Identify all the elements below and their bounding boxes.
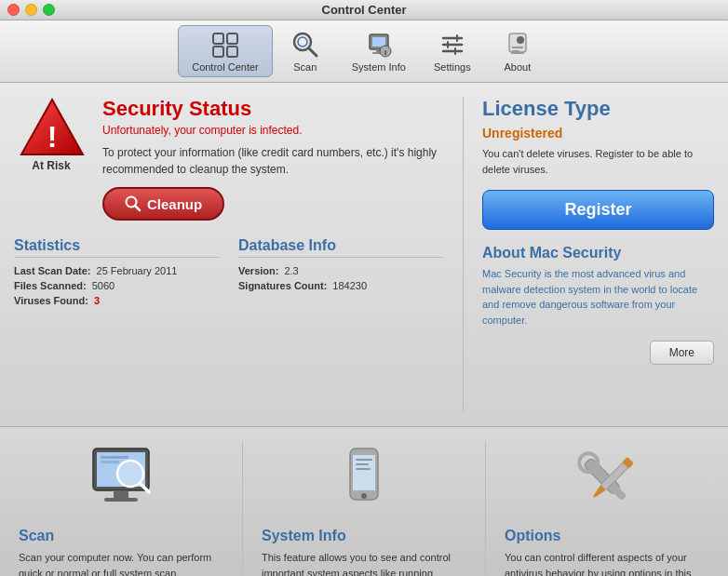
more-button[interactable]: More xyxy=(650,341,714,365)
minimize-button[interactable] xyxy=(25,4,37,16)
db-heading: Database Info xyxy=(238,237,444,258)
viruses-found-value: 3 xyxy=(94,295,100,306)
options-description: You can control different aspects of you… xyxy=(505,550,709,576)
license-status: Unregistered xyxy=(482,126,714,141)
about-icon xyxy=(503,30,533,60)
svg-rect-39 xyxy=(356,459,372,461)
files-scanned-value: 5060 xyxy=(92,280,115,291)
window-controls[interactable] xyxy=(7,4,55,16)
svg-rect-21 xyxy=(512,47,523,48)
svg-text:i: i xyxy=(384,48,386,57)
stat-row-viruses: Viruses Found: 3 xyxy=(14,295,220,306)
scan-illustration xyxy=(74,441,168,520)
security-section: ! At Risk Security Status Unfortunately,… xyxy=(14,97,444,221)
toolbar-item-control-center[interactable]: Control Center xyxy=(178,25,273,77)
security-description: To protect your information (like credit… xyxy=(102,144,444,178)
db-version-row: Version: 2.3 xyxy=(238,265,444,276)
bottom-item-system-info: System Info This feature allows you to s… xyxy=(262,441,486,576)
close-button[interactable] xyxy=(7,4,20,16)
db-version-label: Version: xyxy=(238,265,278,276)
svg-point-5 xyxy=(298,37,307,47)
toolbar-label-control-center: Control Center xyxy=(192,61,259,73)
scan-icon xyxy=(290,30,320,60)
cleanup-button[interactable]: Cleanup xyxy=(102,187,224,221)
control-center-icon xyxy=(210,30,240,60)
security-heading: Security Status xyxy=(102,97,444,121)
options-heading: Options xyxy=(505,528,709,544)
svg-point-38 xyxy=(361,493,367,499)
svg-rect-40 xyxy=(356,463,369,465)
bottom-item-options: Options You can control different aspect… xyxy=(505,441,709,576)
infected-text: Unfortunately, your computer is infected… xyxy=(102,124,444,137)
maximize-button[interactable] xyxy=(43,4,55,16)
svg-line-27 xyxy=(135,206,140,210)
scan-description: Scan your computer now. You can perform … xyxy=(19,550,223,576)
bottom-item-scan: Scan Scan your computer now. You can per… xyxy=(19,441,243,576)
svg-rect-0 xyxy=(213,33,223,44)
stats-heading: Statistics xyxy=(14,237,220,258)
license-section: License Type Unregistered You can't dele… xyxy=(482,97,714,230)
db-version-value: 2.3 xyxy=(284,265,298,276)
svg-rect-41 xyxy=(356,468,371,470)
svg-point-20 xyxy=(517,36,524,44)
svg-rect-31 xyxy=(104,498,138,502)
scan-date-value: 25 February 2011 xyxy=(97,265,178,276)
about-section: About Mac Security Mac Security is the m… xyxy=(482,245,714,328)
viruses-found-label: Viruses Found: xyxy=(14,295,88,306)
scan-date-label: Last Scan Date: xyxy=(14,265,91,276)
system-info-icon: i xyxy=(364,30,394,60)
toolbar-item-about[interactable]: About xyxy=(485,25,550,77)
title-bar: Control Center xyxy=(0,0,728,20)
security-text: Security Status Unfortunately, your comp… xyxy=(102,97,444,221)
system-info-illustration xyxy=(317,441,411,520)
main-area: ! At Risk Security Status Unfortunately,… xyxy=(0,83,728,427)
search-icon xyxy=(125,195,142,212)
system-info-heading: System Info xyxy=(262,528,466,544)
toolbar-label-settings: Settings xyxy=(434,61,471,73)
toolbar-item-settings[interactable]: Settings xyxy=(420,25,485,77)
scan-heading: Scan xyxy=(19,528,223,544)
svg-line-6 xyxy=(309,48,317,56)
toolbar-label-scan: Scan xyxy=(293,61,317,73)
system-info-description: This feature allows you to see and contr… xyxy=(262,550,466,576)
toolbar-item-scan[interactable]: Scan xyxy=(273,25,338,77)
svg-rect-23 xyxy=(511,52,524,54)
svg-text:!: ! xyxy=(47,120,58,154)
toolbar: Control Center Scan i System Info xyxy=(0,20,728,83)
toolbar-label-system-info: System Info xyxy=(352,61,406,73)
warning-icon: ! xyxy=(19,97,84,154)
stats-section: Statistics Last Scan Date: 25 February 2… xyxy=(14,237,220,310)
toolbar-item-system-info[interactable]: i System Info xyxy=(338,25,420,77)
at-risk-label: At Risk xyxy=(32,159,70,172)
svg-rect-34 xyxy=(101,456,128,459)
window-title: Control Center xyxy=(322,3,407,17)
right-panel: License Type Unregistered You can't dele… xyxy=(463,97,714,412)
db-signatures-label: Signatures Count: xyxy=(238,280,327,291)
db-signatures-row: Signatures Count: 184230 xyxy=(238,280,444,291)
options-illustration xyxy=(560,441,654,520)
svg-rect-3 xyxy=(227,47,237,57)
about-mac-heading: About Mac Security xyxy=(482,245,714,261)
license-heading: License Type xyxy=(482,97,714,121)
license-description: You can't delete viruses. Register to be… xyxy=(482,146,714,177)
settings-icon xyxy=(438,30,467,60)
warning-icon-container: ! At Risk xyxy=(14,97,88,221)
svg-rect-1 xyxy=(227,33,237,44)
toolbar-label-about: About xyxy=(504,61,531,73)
svg-rect-2 xyxy=(213,47,223,57)
db-section: Database Info Version: 2.3 Signatures Co… xyxy=(238,237,444,310)
stats-db-row: Statistics Last Scan Date: 25 February 2… xyxy=(14,237,444,310)
db-signatures-value: 184230 xyxy=(332,280,367,291)
register-button[interactable]: Register xyxy=(482,190,714,230)
stat-row-scan-date: Last Scan Date: 25 February 2011 xyxy=(14,265,220,276)
svg-rect-8 xyxy=(372,37,385,47)
files-scanned-label: Files Scanned: xyxy=(14,280,87,291)
bottom-area: Scan Scan your computer now. You can per… xyxy=(0,427,728,576)
svg-rect-35 xyxy=(101,461,119,463)
svg-rect-30 xyxy=(114,490,128,498)
svg-rect-19 xyxy=(509,33,526,52)
svg-rect-22 xyxy=(512,50,519,52)
left-panel: ! At Risk Security Status Unfortunately,… xyxy=(14,97,444,412)
about-mac-description: Mac Security is the most advanced virus … xyxy=(482,266,714,328)
stat-row-files-scanned: Files Scanned: 5060 xyxy=(14,280,220,291)
